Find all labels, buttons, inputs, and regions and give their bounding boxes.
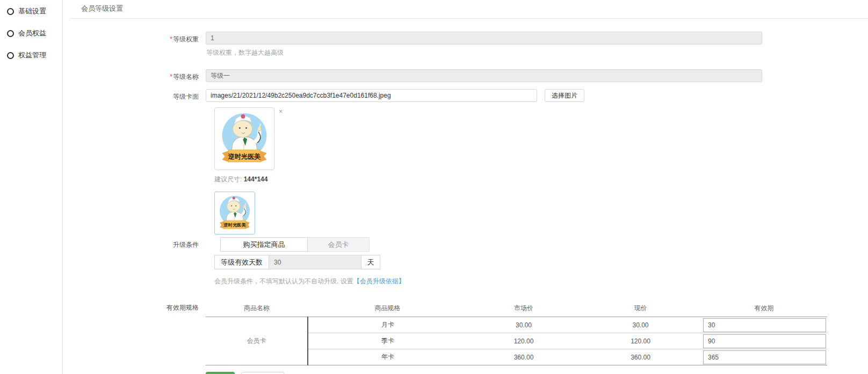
- spec-table-header-row: 商品名称 商品规格 市场价 现价 有效期: [206, 302, 827, 317]
- col-current-price: 现价: [580, 302, 701, 317]
- valid-days-input[interactable]: [269, 255, 361, 269]
- upgrade-basis-link[interactable]: 【会员升级依据】: [353, 277, 405, 285]
- radio-icon: [7, 52, 14, 59]
- required-mark: *: [170, 35, 172, 43]
- level-card-image: [216, 109, 272, 168]
- spec-table: 商品名称 商品规格 市场价 现价 有效期 会员卡 月卡 30.0: [206, 302, 827, 365]
- tab-membership-card[interactable]: 会员卡: [308, 237, 370, 252]
- upgrade-hint: 会员升级条件，不填写默认认为不自动升级, 设置【会员升级依据】: [214, 277, 868, 286]
- market-price-cell: 30.00: [467, 317, 580, 333]
- table-row: 会员卡 月卡 30.00 30.00: [206, 317, 827, 333]
- radio-icon: [7, 30, 14, 37]
- weight-input[interactable]: [206, 32, 762, 45]
- form-row-weight: *等级权重 等级权重，数字越大越高级: [63, 32, 868, 57]
- weight-hint: 等级权重，数字越大越高级: [206, 48, 868, 57]
- form-row-actions: 提交 返回列表: [63, 365, 868, 374]
- current-price-cell: 360.00: [580, 349, 701, 365]
- size-hint-value: 144*144: [244, 175, 268, 183]
- sidebar-item-basic-settings[interactable]: 基础设置: [0, 3, 62, 19]
- days-unit-label: 天: [361, 255, 380, 269]
- card-image-preview-wrap: ×: [214, 107, 868, 170]
- sidebar-item-benefit-management[interactable]: 权益管理: [0, 47, 62, 63]
- sidebar-item-label: 权益管理: [18, 50, 46, 60]
- col-product-name: 商品名称: [206, 302, 308, 317]
- spec-cell: 季卡: [308, 333, 467, 349]
- sidebar-item-label: 会员权益: [18, 28, 46, 38]
- product-name-cell: 会员卡: [206, 317, 308, 365]
- size-hint: 建议尺寸: 144*144: [214, 175, 868, 184]
- radio-icon: [7, 8, 14, 15]
- form-row-name: *等级名称: [63, 69, 868, 82]
- back-to-list-button[interactable]: 返回列表: [241, 372, 284, 374]
- tab-buy-specified-goods[interactable]: 购买指定商品: [220, 237, 308, 252]
- current-price-cell: 30.00: [580, 317, 701, 333]
- level-form: *等级权重 等级权重，数字越大越高级 *等级名称 等级卡面: [63, 19, 868, 374]
- name-label: *等级名称: [63, 69, 206, 82]
- required-mark: *: [170, 73, 172, 80]
- form-row-card-face: 等级卡面 选择图片 × 建议尺寸: 144*144: [63, 89, 868, 234]
- spec-cell: 年卡: [308, 349, 467, 365]
- card-face-label: 等级卡面: [63, 89, 206, 234]
- current-price-cell: 120.00: [580, 333, 701, 349]
- market-price-cell: 120.00: [467, 333, 580, 349]
- col-product-spec: 商品规格: [308, 302, 467, 317]
- weight-label: *等级权重: [63, 32, 206, 57]
- card-image-thumbnail: [214, 192, 255, 234]
- name-input[interactable]: [206, 69, 762, 82]
- sidebar-item-member-benefits[interactable]: 会员权益: [0, 25, 62, 41]
- valid-days-label: 等级有效天数: [214, 255, 269, 269]
- card-image-path-input[interactable]: [206, 89, 537, 102]
- page-title-text: 会员等级设置: [81, 4, 123, 12]
- spec-cell: 月卡: [308, 317, 467, 333]
- sidebar: 基础设置 会员权益 权益管理: [0, 0, 63, 374]
- submit-button[interactable]: 提交: [206, 372, 235, 374]
- level-card-image-small: [216, 193, 254, 233]
- validity-spec-label: 有效期规格: [63, 302, 206, 365]
- close-icon[interactable]: ×: [279, 108, 283, 115]
- member-level-settings-page: 基础设置 会员权益 权益管理 会员等级设置 *等级权重 等级权重，数字越大越高级: [0, 0, 868, 374]
- sidebar-item-label: 基础设置: [18, 6, 46, 16]
- valid-days-group: 等级有效天数 天: [214, 255, 868, 269]
- form-row-validity-spec: 有效期规格 商品名称 商品规格 市场价 现价: [63, 302, 868, 365]
- choose-image-button[interactable]: 选择图片: [545, 89, 584, 102]
- validity-input-season[interactable]: [703, 334, 826, 348]
- card-image-preview: [214, 107, 274, 170]
- validity-input-month[interactable]: [703, 318, 826, 332]
- main-content: 会员等级设置 *等级权重 等级权重，数字越大越高级 *等级名称: [63, 0, 868, 374]
- upgrade-label: 升级条件: [63, 237, 206, 286]
- col-validity: 有效期: [701, 302, 827, 317]
- page-title: 会员等级设置: [70, 0, 868, 19]
- col-market-price: 市场价: [467, 302, 580, 317]
- validity-input-year[interactable]: [703, 350, 826, 364]
- market-price-cell: 360.00: [467, 349, 580, 365]
- upgrade-tabs: 购买指定商品 会员卡: [220, 237, 868, 252]
- form-row-upgrade: 升级条件 购买指定商品 会员卡 等级有效天数 天 会员升级条件，不填写默认认为不…: [63, 237, 868, 286]
